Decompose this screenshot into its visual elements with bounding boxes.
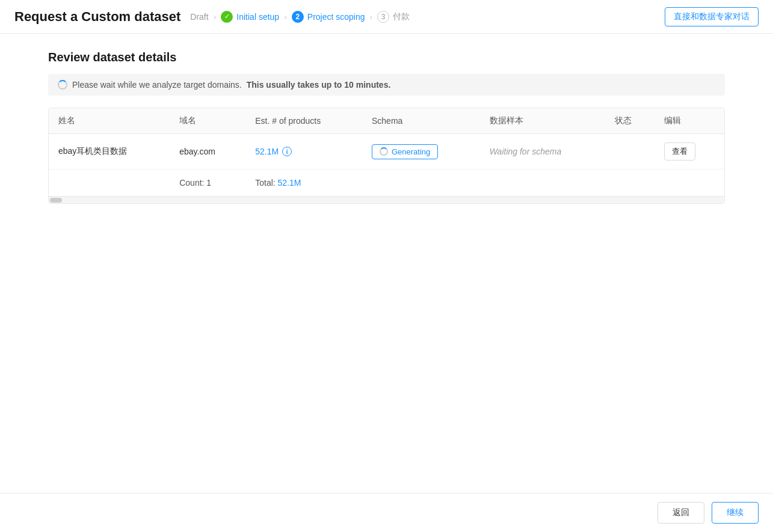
cell-est-products: 52.1M i bbox=[245, 134, 362, 170]
step-divider-1: › bbox=[214, 12, 217, 22]
step-number-3: 3 bbox=[377, 11, 389, 23]
main-content: Review dataset details Please wait while… bbox=[0, 34, 773, 252]
waiting-schema-text: Waiting for schema bbox=[490, 147, 562, 156]
section-title: Review dataset details bbox=[48, 50, 725, 64]
dataset-table-wrapper: 姓名 域名 Est. # of products Schema 数据样本 状态 … bbox=[48, 108, 725, 204]
cell-empty-1 bbox=[49, 170, 170, 197]
col-status: 状态 bbox=[605, 108, 654, 134]
notice-bar: Please wait while we analyze target doma… bbox=[48, 74, 725, 96]
cell-empty-5 bbox=[654, 170, 724, 197]
table-footer-row: Count: 1 Total: 52.1M bbox=[49, 170, 724, 197]
col-name: 姓名 bbox=[49, 108, 170, 134]
view-button[interactable]: 查看 bbox=[664, 142, 695, 161]
col-data-sample: 数据样本 bbox=[480, 108, 605, 134]
notice-text: Please wait while we analyze target doma… bbox=[72, 80, 242, 90]
cell-domain: ebay.com bbox=[170, 134, 245, 170]
total-label: Total: bbox=[255, 178, 275, 188]
expert-chat-button[interactable]: 直接和数据专家对话 bbox=[665, 7, 759, 26]
col-domain: 域名 bbox=[170, 108, 245, 134]
step-number-2: 2 bbox=[292, 11, 304, 23]
notice-bold-text: This usually takes up to 10 minutes. bbox=[247, 80, 391, 90]
back-button[interactable]: 返回 bbox=[658, 502, 704, 524]
step-divider-3: › bbox=[370, 12, 373, 22]
generating-label: Generating bbox=[392, 147, 430, 156]
step-payment: 3 付款 bbox=[377, 11, 410, 23]
step-draft-label: Draft bbox=[190, 12, 208, 22]
page-header: Request a Custom dataset Draft › ✓ Initi… bbox=[0, 0, 773, 34]
page-footer: 返回 继续 bbox=[0, 493, 773, 532]
step-initial-setup-label: Initial setup bbox=[236, 12, 279, 22]
cell-count: Count: 1 bbox=[170, 170, 245, 197]
step-payment-label: 付款 bbox=[393, 11, 410, 22]
total-value: 52.1M bbox=[278, 178, 301, 188]
step-project-scoping-label: Project scoping bbox=[307, 12, 365, 22]
cell-empty-4 bbox=[605, 170, 654, 197]
continue-button[interactable]: 继续 bbox=[712, 502, 759, 524]
table-header: 姓名 域名 Est. # of products Schema 数据样本 状态 … bbox=[49, 108, 724, 134]
generating-spinner-icon bbox=[380, 147, 388, 156]
dataset-table: 姓名 域名 Est. # of products Schema 数据样本 状态 … bbox=[49, 108, 724, 196]
cell-total: Total: 52.1M bbox=[245, 170, 362, 197]
horizontal-scrollbar[interactable] bbox=[49, 196, 724, 203]
cell-schema: Generating bbox=[362, 134, 480, 170]
table-row: ebay耳机类目数据 ebay.com 52.1M i Generating bbox=[49, 134, 724, 170]
scrollbar-thumb[interactable] bbox=[50, 198, 62, 203]
count-label: Count: 1 bbox=[179, 178, 211, 188]
step-project-scoping: 2 Project scoping bbox=[292, 11, 365, 23]
step-divider-2: › bbox=[284, 12, 287, 22]
info-icon[interactable]: i bbox=[282, 147, 292, 156]
generating-badge: Generating bbox=[372, 144, 438, 159]
cell-edit: 查看 bbox=[654, 134, 724, 170]
steps-nav: Draft › ✓ Initial setup › 2 Project scop… bbox=[190, 11, 655, 23]
step-initial-setup: ✓ Initial setup bbox=[221, 11, 279, 23]
cell-name: ebay耳机类目数据 bbox=[49, 134, 170, 170]
cell-status bbox=[605, 134, 654, 170]
check-icon: ✓ bbox=[221, 11, 233, 23]
page-title: Request a Custom dataset bbox=[14, 9, 180, 25]
est-products-value: 52.1M bbox=[255, 147, 279, 156]
col-schema: Schema bbox=[362, 108, 480, 134]
cell-empty-3 bbox=[480, 170, 605, 197]
cell-data-sample: Waiting for schema bbox=[480, 134, 605, 170]
cell-empty-2 bbox=[362, 170, 480, 197]
loading-spinner-icon bbox=[58, 80, 67, 90]
step-draft: Draft bbox=[190, 12, 208, 22]
col-est-products: Est. # of products bbox=[245, 108, 362, 134]
col-edit: 编辑 bbox=[654, 108, 724, 134]
